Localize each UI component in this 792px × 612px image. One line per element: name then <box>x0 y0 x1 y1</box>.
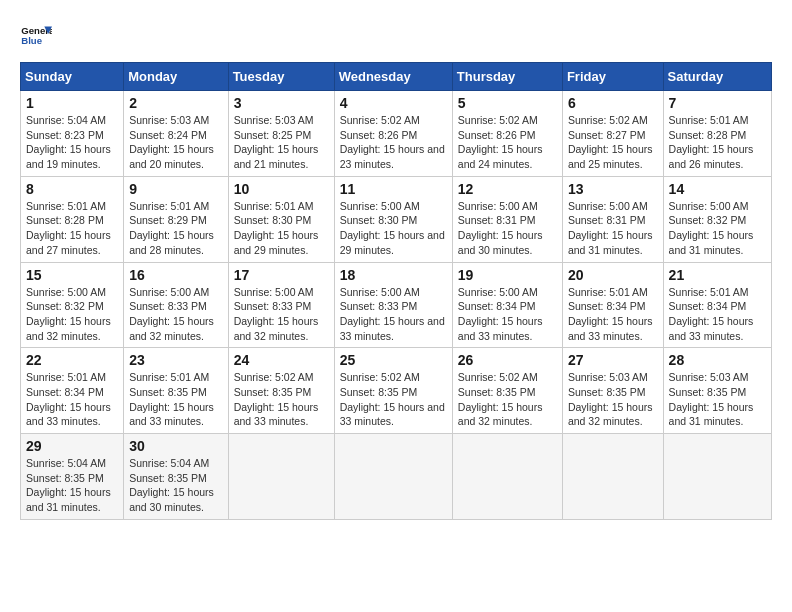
day-info: Sunrise: 5:00 AMSunset: 8:31 PMDaylight:… <box>568 199 658 258</box>
day-number: 15 <box>26 267 118 283</box>
header-tuesday: Tuesday <box>228 63 334 91</box>
day-number: 10 <box>234 181 329 197</box>
day-info: Sunrise: 5:01 AMSunset: 8:28 PMDaylight:… <box>26 199 118 258</box>
calendar-cell: 12Sunrise: 5:00 AMSunset: 8:31 PMDayligh… <box>452 176 562 262</box>
logo: General Blue <box>20 20 56 52</box>
day-info: Sunrise: 5:01 AMSunset: 8:34 PMDaylight:… <box>669 285 766 344</box>
day-info: Sunrise: 5:03 AMSunset: 8:24 PMDaylight:… <box>129 113 222 172</box>
day-info: Sunrise: 5:01 AMSunset: 8:35 PMDaylight:… <box>129 370 222 429</box>
day-info: Sunrise: 5:03 AMSunset: 8:35 PMDaylight:… <box>568 370 658 429</box>
day-info: Sunrise: 5:02 AMSunset: 8:26 PMDaylight:… <box>458 113 557 172</box>
day-info: Sunrise: 5:02 AMSunset: 8:26 PMDaylight:… <box>340 113 447 172</box>
day-info: Sunrise: 5:00 AMSunset: 8:32 PMDaylight:… <box>26 285 118 344</box>
day-number: 12 <box>458 181 557 197</box>
day-info: Sunrise: 5:00 AMSunset: 8:31 PMDaylight:… <box>458 199 557 258</box>
header-sunday: Sunday <box>21 63 124 91</box>
day-number: 6 <box>568 95 658 111</box>
day-number: 9 <box>129 181 222 197</box>
day-info: Sunrise: 5:00 AMSunset: 8:33 PMDaylight:… <box>129 285 222 344</box>
calendar-cell: 11Sunrise: 5:00 AMSunset: 8:30 PMDayligh… <box>334 176 452 262</box>
day-info: Sunrise: 5:03 AMSunset: 8:25 PMDaylight:… <box>234 113 329 172</box>
calendar-cell: 2Sunrise: 5:03 AMSunset: 8:24 PMDaylight… <box>124 91 228 177</box>
day-number: 11 <box>340 181 447 197</box>
day-info: Sunrise: 5:01 AMSunset: 8:34 PMDaylight:… <box>568 285 658 344</box>
day-info: Sunrise: 5:00 AMSunset: 8:34 PMDaylight:… <box>458 285 557 344</box>
calendar-cell: 21Sunrise: 5:01 AMSunset: 8:34 PMDayligh… <box>663 262 771 348</box>
day-info: Sunrise: 5:01 AMSunset: 8:34 PMDaylight:… <box>26 370 118 429</box>
calendar-cell: 19Sunrise: 5:00 AMSunset: 8:34 PMDayligh… <box>452 262 562 348</box>
calendar-cell: 4Sunrise: 5:02 AMSunset: 8:26 PMDaylight… <box>334 91 452 177</box>
day-info: Sunrise: 5:04 AMSunset: 8:35 PMDaylight:… <box>129 456 222 515</box>
page-header: General Blue <box>20 20 772 52</box>
day-number: 30 <box>129 438 222 454</box>
calendar-cell: 25Sunrise: 5:02 AMSunset: 8:35 PMDayligh… <box>334 348 452 434</box>
day-number: 22 <box>26 352 118 368</box>
day-number: 7 <box>669 95 766 111</box>
calendar-cell: 29Sunrise: 5:04 AMSunset: 8:35 PMDayligh… <box>21 434 124 520</box>
day-info: Sunrise: 5:00 AMSunset: 8:33 PMDaylight:… <box>340 285 447 344</box>
day-number: 16 <box>129 267 222 283</box>
day-number: 18 <box>340 267 447 283</box>
calendar-cell: 23Sunrise: 5:01 AMSunset: 8:35 PMDayligh… <box>124 348 228 434</box>
day-number: 19 <box>458 267 557 283</box>
calendar-cell <box>228 434 334 520</box>
day-number: 27 <box>568 352 658 368</box>
calendar-cell: 1Sunrise: 5:04 AMSunset: 8:23 PMDaylight… <box>21 91 124 177</box>
calendar-cell: 5Sunrise: 5:02 AMSunset: 8:26 PMDaylight… <box>452 91 562 177</box>
day-number: 23 <box>129 352 222 368</box>
day-number: 3 <box>234 95 329 111</box>
day-number: 29 <box>26 438 118 454</box>
day-number: 25 <box>340 352 447 368</box>
calendar-cell: 26Sunrise: 5:02 AMSunset: 8:35 PMDayligh… <box>452 348 562 434</box>
calendar-cell <box>663 434 771 520</box>
day-info: Sunrise: 5:04 AMSunset: 8:23 PMDaylight:… <box>26 113 118 172</box>
calendar-week-row: 1Sunrise: 5:04 AMSunset: 8:23 PMDaylight… <box>21 91 772 177</box>
calendar-week-row: 22Sunrise: 5:01 AMSunset: 8:34 PMDayligh… <box>21 348 772 434</box>
calendar-cell <box>334 434 452 520</box>
svg-text:Blue: Blue <box>21 35 42 46</box>
header-wednesday: Wednesday <box>334 63 452 91</box>
calendar-cell <box>562 434 663 520</box>
calendar-cell: 27Sunrise: 5:03 AMSunset: 8:35 PMDayligh… <box>562 348 663 434</box>
calendar-week-row: 8Sunrise: 5:01 AMSunset: 8:28 PMDaylight… <box>21 176 772 262</box>
calendar-cell: 9Sunrise: 5:01 AMSunset: 8:29 PMDaylight… <box>124 176 228 262</box>
logo-icon: General Blue <box>20 20 52 52</box>
day-number: 26 <box>458 352 557 368</box>
day-number: 2 <box>129 95 222 111</box>
calendar-cell: 30Sunrise: 5:04 AMSunset: 8:35 PMDayligh… <box>124 434 228 520</box>
calendar-cell: 24Sunrise: 5:02 AMSunset: 8:35 PMDayligh… <box>228 348 334 434</box>
calendar-cell: 7Sunrise: 5:01 AMSunset: 8:28 PMDaylight… <box>663 91 771 177</box>
calendar-cell: 16Sunrise: 5:00 AMSunset: 8:33 PMDayligh… <box>124 262 228 348</box>
calendar-cell: 10Sunrise: 5:01 AMSunset: 8:30 PMDayligh… <box>228 176 334 262</box>
calendar-cell: 18Sunrise: 5:00 AMSunset: 8:33 PMDayligh… <box>334 262 452 348</box>
day-number: 14 <box>669 181 766 197</box>
day-number: 20 <box>568 267 658 283</box>
day-number: 4 <box>340 95 447 111</box>
day-number: 17 <box>234 267 329 283</box>
day-info: Sunrise: 5:02 AMSunset: 8:35 PMDaylight:… <box>458 370 557 429</box>
day-info: Sunrise: 5:02 AMSunset: 8:35 PMDaylight:… <box>234 370 329 429</box>
calendar-cell: 14Sunrise: 5:00 AMSunset: 8:32 PMDayligh… <box>663 176 771 262</box>
calendar-cell: 13Sunrise: 5:00 AMSunset: 8:31 PMDayligh… <box>562 176 663 262</box>
day-info: Sunrise: 5:00 AMSunset: 8:33 PMDaylight:… <box>234 285 329 344</box>
calendar-cell: 8Sunrise: 5:01 AMSunset: 8:28 PMDaylight… <box>21 176 124 262</box>
header-monday: Monday <box>124 63 228 91</box>
calendar-cell <box>452 434 562 520</box>
day-info: Sunrise: 5:04 AMSunset: 8:35 PMDaylight:… <box>26 456 118 515</box>
day-info: Sunrise: 5:02 AMSunset: 8:35 PMDaylight:… <box>340 370 447 429</box>
header-friday: Friday <box>562 63 663 91</box>
calendar-cell: 20Sunrise: 5:01 AMSunset: 8:34 PMDayligh… <box>562 262 663 348</box>
day-info: Sunrise: 5:02 AMSunset: 8:27 PMDaylight:… <box>568 113 658 172</box>
day-info: Sunrise: 5:00 AMSunset: 8:30 PMDaylight:… <box>340 199 447 258</box>
day-number: 21 <box>669 267 766 283</box>
day-number: 8 <box>26 181 118 197</box>
calendar-cell: 3Sunrise: 5:03 AMSunset: 8:25 PMDaylight… <box>228 91 334 177</box>
header-saturday: Saturday <box>663 63 771 91</box>
day-info: Sunrise: 5:00 AMSunset: 8:32 PMDaylight:… <box>669 199 766 258</box>
calendar-cell: 6Sunrise: 5:02 AMSunset: 8:27 PMDaylight… <box>562 91 663 177</box>
calendar-table: SundayMondayTuesdayWednesdayThursdayFrid… <box>20 62 772 520</box>
calendar-week-row: 29Sunrise: 5:04 AMSunset: 8:35 PMDayligh… <box>21 434 772 520</box>
calendar-week-row: 15Sunrise: 5:00 AMSunset: 8:32 PMDayligh… <box>21 262 772 348</box>
calendar-cell: 22Sunrise: 5:01 AMSunset: 8:34 PMDayligh… <box>21 348 124 434</box>
day-number: 1 <box>26 95 118 111</box>
